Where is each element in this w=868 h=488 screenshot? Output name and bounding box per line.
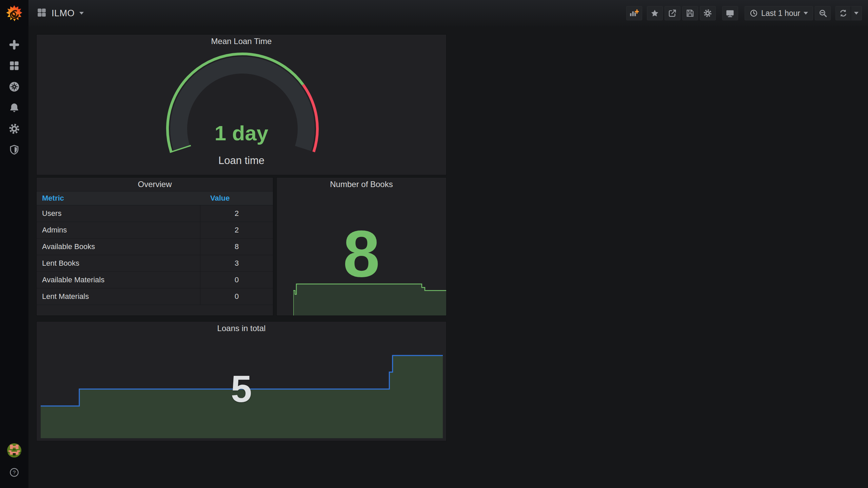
sidebar-bottom: ? [7, 443, 21, 479]
star-button[interactable] [647, 6, 663, 20]
caret-down-icon [804, 12, 808, 15]
svg-text:?: ? [13, 469, 16, 475]
zoom-out-button[interactable] [815, 6, 831, 20]
apps-grid-icon [37, 7, 47, 19]
settings-gear-icon[interactable] [700, 6, 716, 20]
value-cell: 0 [200, 272, 273, 288]
refresh-control [835, 6, 862, 20]
gauge-label: Loan time [37, 154, 446, 167]
metric-cell: Available Materials [37, 272, 200, 288]
panel-title[interactable]: Number of Books [277, 178, 446, 191]
metric-cell: Available Books [37, 239, 200, 255]
dashboard-content: Mean Loan Time 1 day Loan time Overview … [28, 26, 868, 488]
table-header-row: Metric Value [37, 191, 273, 205]
value-cell: 2 [200, 205, 273, 222]
refresh-button[interactable] [835, 6, 851, 20]
column-header-metric[interactable]: Metric [37, 194, 200, 203]
value-cell: 3 [200, 255, 273, 271]
dashboards-icon[interactable] [8, 60, 20, 72]
create-plus-icon[interactable] [8, 39, 20, 51]
panel-loans-in-total: Loans in total 5 [37, 322, 446, 441]
configuration-gear-icon[interactable] [8, 123, 20, 135]
table-row: Available Books8 [37, 239, 273, 255]
panel-overview: Overview Metric Value Users2Admins2Avail… [37, 178, 273, 316]
metric-cell: Admins [37, 222, 200, 238]
stat-value-books: 8 [277, 220, 446, 287]
panel-title[interactable]: Overview [37, 178, 273, 191]
main-area: ILMO [28, 0, 868, 488]
server-admin-shield-icon[interactable] [8, 144, 20, 156]
add-panel-button[interactable] [626, 6, 642, 20]
panel-mean-loan-time: Mean Loan Time 1 day Loan time [37, 35, 446, 175]
table-row: Users2 [37, 205, 273, 222]
panel-title[interactable]: Mean Loan Time [37, 35, 446, 48]
grafana-app: ? ILMO [0, 0, 868, 488]
value-cell: 2 [200, 222, 273, 238]
overview-table: Metric Value Users2Admins2Available Book… [37, 191, 273, 316]
metric-cell: Lent Materials [37, 288, 200, 305]
metric-cell: Users [37, 205, 200, 222]
grafana-logo[interactable] [5, 4, 23, 22]
table-row: Lent Materials0 [37, 288, 273, 305]
tv-monitor-icon[interactable] [722, 6, 738, 20]
table-row: Available Materials0 [37, 272, 273, 288]
table-row: Admins2 [37, 222, 273, 239]
column-header-value[interactable]: Value [200, 194, 273, 203]
help-question-icon[interactable]: ? [8, 466, 20, 479]
value-cell: 0 [200, 288, 273, 305]
dashboard-title[interactable]: ILMO [52, 8, 84, 19]
navbar-toolbar: Last 1 hour [626, 6, 862, 20]
time-range-picker[interactable]: Last 1 hour [745, 6, 813, 20]
refresh-interval-button[interactable] [851, 6, 862, 20]
explore-compass-icon[interactable] [8, 81, 20, 93]
time-range-label: Last 1 hour [761, 9, 800, 18]
table-body: Users2Admins2Available Books8Lent Books3… [37, 205, 273, 305]
sidebar: ? [0, 0, 28, 488]
caret-down-icon [854, 12, 859, 15]
user-avatar[interactable] [7, 443, 21, 458]
alerting-bell-icon[interactable] [8, 102, 20, 114]
table-row: Lent Books3 [37, 255, 273, 272]
navbar: ILMO [28, 0, 868, 26]
panel-title[interactable]: Loans in total [37, 322, 446, 335]
value-cell: 8 [200, 239, 273, 255]
share-button[interactable] [665, 6, 680, 20]
caret-down-icon [79, 12, 84, 15]
clock-icon [750, 9, 758, 17]
panel-number-of-books: Number of Books 8 [277, 178, 446, 316]
save-button[interactable] [682, 6, 698, 20]
stat-value-loans: 5 [37, 369, 446, 409]
navbar-left: ILMO [37, 7, 84, 19]
metric-cell: Lent Books [37, 255, 200, 271]
gauge-value: 1 day [37, 121, 446, 145]
sidebar-menu [8, 39, 20, 156]
